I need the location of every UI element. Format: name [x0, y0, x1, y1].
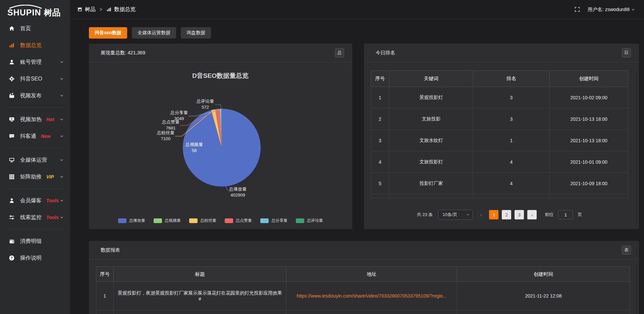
legend-label: 总评论量: [307, 218, 323, 223]
topbar: 树品>数据总览 用户名: zswodun88: [70, 0, 644, 19]
pagination-total: 共 23 条: [417, 212, 433, 218]
chevron-down-icon: [59, 215, 64, 220]
rank-panel-title: 今日排名: [376, 50, 395, 56]
table-cell: 4: [473, 173, 550, 194]
page-size-select[interactable]: 10条/页: [438, 210, 473, 220]
pagination: 共 23 条 10条/页 ‹ 123 › 前往 页: [371, 210, 628, 220]
chevron-down-icon: [59, 117, 64, 122]
column-header: 地址: [286, 267, 457, 282]
chart-total-button[interactable]: 总: [335, 48, 344, 57]
legend-item-总播放量[interactable]: 总播放量: [118, 218, 145, 223]
sidebar-item-7[interactable]: 抖客通New: [0, 128, 70, 145]
username-label: 用户名: zswodun88: [588, 6, 630, 13]
legend-item-总粉丝量[interactable]: 总粉丝量: [189, 218, 216, 223]
menu-divider: [7, 107, 63, 108]
logo-suffix: 树品: [44, 8, 60, 17]
legend-item-总点赞量[interactable]: 总点赞量: [225, 218, 252, 223]
legend-item-总分享量[interactable]: 总分享量: [260, 218, 287, 223]
sidebar-item-2[interactable]: 账号管理: [0, 54, 70, 70]
sidebar-item-12[interactable]: 会员爆客Tools: [0, 192, 70, 209]
chart-panel: 展现量总数: 421,369 总 D音SEO数据量总览总播放量402909总视频…: [89, 44, 352, 229]
monitor-icon: [9, 157, 15, 163]
legend-item-总视频量[interactable]: 总视频量: [154, 218, 181, 223]
pagination-pages: 123: [489, 210, 524, 219]
rank-table-container: 序号关键词排名创建时间1景观投影灯32021-10-02 09:002文旅投影3…: [364, 62, 639, 220]
report-table-button[interactable]: 表: [622, 246, 631, 255]
chevron-down-icon: [59, 198, 64, 203]
chart-panel-header: 展现量总数: 421,369 总: [89, 44, 352, 62]
sidebar: SHUPIN 树品 首页数据总览账号管理抖音SEO视频发布视频加热Hot抖客通N…: [0, 0, 70, 314]
sidebar-item-9[interactable]: 全媒体运营: [0, 152, 70, 168]
sidebar-item-4[interactable]: 视频发布: [0, 87, 70, 104]
rank-panel: 今日排名 日 序号关键词排名创建时间1景观投影灯32021-10-02 09:0…: [364, 44, 639, 229]
sidebar-item-1[interactable]: 数据总览: [0, 37, 70, 54]
column-header: 创建时间: [550, 71, 628, 87]
table-cell: 2021-10-01 09:00: [550, 151, 628, 173]
fullscreen-icon[interactable]: [574, 6, 580, 12]
video-link[interactable]: https://www.iesdouyin.com/share/video/70…: [286, 282, 457, 310]
sidebar-item-6[interactable]: 视频加热Hot: [0, 111, 70, 128]
breadcrumb-label: 数据总览: [114, 6, 136, 13]
rank-panel-header: 今日排名 日: [364, 44, 639, 62]
chevron-down-icon: [59, 134, 64, 139]
chevron-down-icon: [59, 76, 64, 81]
pagination-page-1[interactable]: 1: [489, 210, 498, 219]
chevron-down-icon: [59, 158, 64, 162]
breadcrumb-item-0[interactable]: 树品: [77, 6, 96, 13]
table-row: 1景观投影灯32021-10-02 09:00: [371, 87, 628, 108]
legend-label: 总点赞量: [236, 218, 252, 223]
rank-table: 序号关键词排名创建时间1景观投影灯32021-10-02 09:002文旅投影3…: [371, 70, 628, 198]
table-row: 1景观投影灯，夜游景观投影灯厂家展示展示落花灯在花园里的灯光投影应用效果 #ht…: [96, 282, 630, 310]
rank-day-button[interactable]: 日: [622, 48, 631, 57]
sidebar-item-15[interactable]: 消费明细: [0, 233, 70, 250]
svg-text:?: ?: [11, 256, 13, 260]
tab-1[interactable]: 全媒体运营数据: [132, 27, 176, 39]
breadcrumb-item-1[interactable]: 数据总览: [106, 6, 136, 13]
sidebar-item-3[interactable]: 抖音SEO: [0, 70, 70, 87]
legend-label: 总粉丝量: [200, 218, 216, 223]
sidebar-item-label: 视频发布: [20, 92, 42, 99]
sidebar-item-label: 操作说明: [20, 255, 42, 262]
table-row: 5投影灯厂家42021-10-09 18:00: [371, 173, 628, 194]
pagination-goto-input[interactable]: [558, 210, 573, 219]
table-cell: 文旅投影灯: [389, 151, 473, 173]
pagination-next-button[interactable]: ›: [527, 210, 537, 219]
column-header: 序号: [96, 267, 114, 282]
app-root: SHUPIN 树品 首页数据总览账号管理抖音SEO视频发布视频加热Hot抖客通N…: [0, 0, 644, 314]
member-icon: [9, 198, 15, 204]
user-menu[interactable]: 用户名: zswodun88: [588, 6, 635, 13]
sidebar-item-badge: Hot: [46, 117, 54, 122]
table-row-partial: [96, 310, 630, 314]
sidebar-item-label: 全媒体运营: [20, 157, 47, 164]
label-line-总播放量: [226, 186, 229, 190]
sidebar-item-badge: New: [41, 134, 51, 139]
sidebar-item-label: 视频加热: [20, 116, 42, 123]
pagination-page-3[interactable]: 3: [515, 210, 524, 219]
legend-item-总评论量[interactable]: 总评论量: [296, 218, 323, 223]
report-panel-header: 数据报表 表: [89, 241, 639, 260]
pie-slice-总播放量[interactable]: [183, 109, 261, 187]
sidebar-item-16[interactable]: ?操作说明: [0, 250, 70, 266]
table-cell: [371, 194, 389, 198]
sidebar-item-10[interactable]: 矩阵助推VIP: [0, 168, 70, 185]
pie-chart[interactable]: D音SEO数据量总览总播放量402909总视频量58总粉丝量7100总点赞量76…: [89, 62, 352, 229]
chevron-down-icon: [631, 7, 635, 12]
pagination-page-2[interactable]: 2: [502, 210, 511, 219]
sidebar-item-13[interactable]: 线索监控Tools: [0, 209, 70, 226]
table-cell: 3: [371, 130, 389, 151]
user-icon: [9, 59, 15, 65]
tab-2[interactable]: 询盘数据: [181, 27, 211, 39]
sidebar-item-label: 矩阵助推: [20, 173, 42, 180]
menu-divider: [7, 189, 63, 189]
logo-arc-icon: [8, 5, 43, 9]
tab-0[interactable]: 抖音seo数据: [89, 27, 127, 39]
chevron-down-icon: [466, 213, 470, 217]
legend-label: 总分享量: [271, 218, 287, 223]
wallet-icon: [9, 238, 15, 244]
table-cell: 文旅投影: [389, 108, 473, 130]
legend-swatch: [225, 218, 233, 223]
sidebar-item-0[interactable]: 首页: [0, 20, 70, 37]
table-header-row: 序号标题地址创建时间: [96, 267, 630, 282]
pagination-prev-button[interactable]: ‹: [476, 210, 486, 219]
pie-label-总粉丝量: 总粉丝量7100: [157, 130, 174, 141]
